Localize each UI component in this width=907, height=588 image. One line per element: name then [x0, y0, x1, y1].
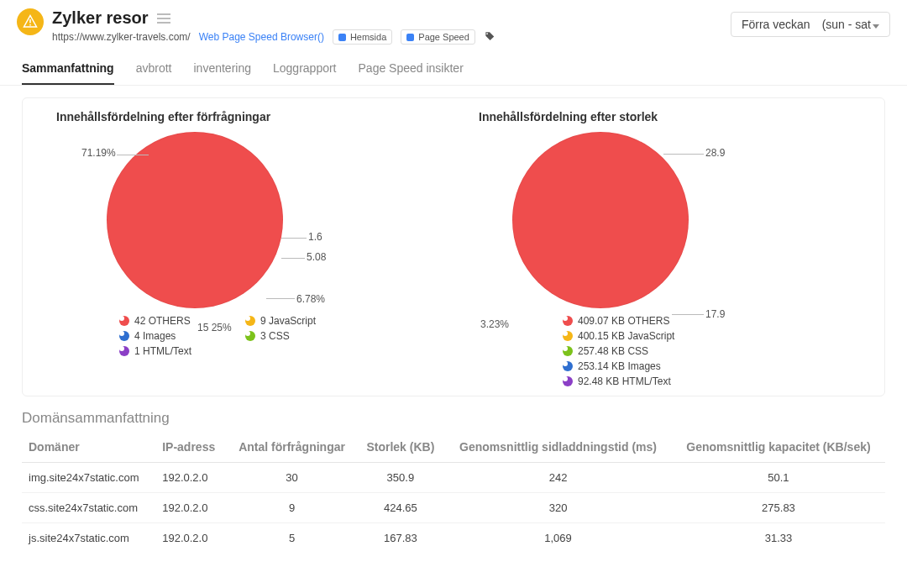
table-row[interactable]: img.site24x7static.com192.0.2.030350.924…: [22, 463, 885, 493]
slice-label: 28.9: [705, 147, 725, 159]
chart-title-size: Innehållsfördelning efter storlek: [479, 110, 876, 123]
title-block: Zylker resor https://www.zylker-travels.…: [52, 8, 495, 45]
period-range: (sun - sat: [822, 18, 879, 31]
table-row[interactable]: css.site24x7static.com192.0.2.09424.6532…: [22, 493, 885, 523]
tab-outage[interactable]: avbrott: [136, 55, 172, 85]
tab-inventory[interactable]: inventering: [194, 55, 252, 85]
chip-pagespeed[interactable]: Page Speed: [401, 29, 475, 45]
browser-link[interactable]: Web Page Speed Browser(): [199, 31, 324, 43]
tag-icon[interactable]: [484, 31, 495, 43]
th-loadtime[interactable]: Genomsnittlig sidladdningstid (ms): [444, 432, 672, 463]
table-row[interactable]: js.site24x7static.com192.0.2.05167.831,0…: [22, 523, 885, 554]
page-header: Zylker resor https://www.zylker-travels.…: [0, 0, 907, 45]
legend-item: 92.48 KB HTML/Text: [563, 375, 876, 387]
legend-item: 253.14 KB Images: [563, 360, 876, 372]
legend-item: 1 HTML/Text: [119, 345, 245, 357]
charts-card: Innehållsfördelning efter förfrågningar …: [22, 97, 885, 396]
chart-requests: Innehållsfördelning efter förfrågningar …: [31, 110, 454, 387]
chevron-down-icon: [873, 24, 879, 29]
menu-icon[interactable]: [157, 13, 170, 24]
legend-item: 257.48 KB CSS: [563, 345, 876, 357]
tab-logreport[interactable]: Loggrapport: [273, 55, 337, 85]
th-requests[interactable]: Antal förfrågningar: [227, 432, 356, 463]
period-dropdown[interactable]: Förra veckan (sun - sat: [731, 12, 890, 37]
pie-chart-size: [512, 132, 689, 308]
th-size[interactable]: Storlek (KB): [357, 432, 445, 463]
th-domain[interactable]: Domäner: [22, 432, 155, 463]
slice-label: 71.19%: [81, 147, 116, 159]
tab-pagespeed-insights[interactable]: Page Speed insikter: [359, 55, 464, 85]
th-ip[interactable]: IP-adress: [155, 432, 227, 463]
period-label: Förra veckan: [742, 18, 810, 31]
slice-label: 5.08: [307, 251, 326, 263]
pie-chart-requests: [107, 132, 283, 308]
tabs: Sammanfattning avbrott inventering Loggr…: [0, 55, 907, 86]
slice-label: 3.23%: [480, 318, 509, 330]
slice-label: 6.78%: [296, 293, 325, 305]
site-url: https://www.zylker-travels.com/: [52, 31, 191, 43]
tab-summary[interactable]: Sammanfattning: [22, 55, 114, 85]
legend-requests: 42 OTHERS9 JavaScript4 Images3 CSS1 HTML…: [119, 315, 454, 357]
legend-item: 400.15 KB JavaScript: [563, 330, 876, 342]
page-title: Zylker resor: [52, 8, 149, 28]
legend-item: 9 JavaScript: [245, 315, 371, 327]
site-logo-icon: [17, 8, 44, 35]
legend-item: 3 CSS: [245, 330, 371, 342]
th-capacity[interactable]: Genomsnittlig kapacitet (KB/sek): [672, 432, 885, 463]
chip-homepage[interactable]: Hemsida: [333, 29, 392, 45]
domain-summary-title: Domänsammanfattning: [22, 410, 885, 427]
chart-title-requests: Innehållsfördelning efter förfrågningar: [56, 110, 454, 123]
domain-table: Domäner IP-adress Antal förfrågningar St…: [22, 432, 885, 553]
svg-rect-1: [29, 24, 31, 26]
svg-rect-0: [29, 19, 31, 24]
slice-label: 15 25%: [197, 322, 232, 333]
slice-label: 1.6: [308, 231, 322, 243]
slice-label: 17.9: [705, 308, 725, 320]
chart-size: Innehållsfördelning efter storlek 28.9 1…: [454, 110, 876, 387]
legend-size: 409.07 KB OTHERS400.15 KB JavaScript257.…: [563, 315, 876, 387]
